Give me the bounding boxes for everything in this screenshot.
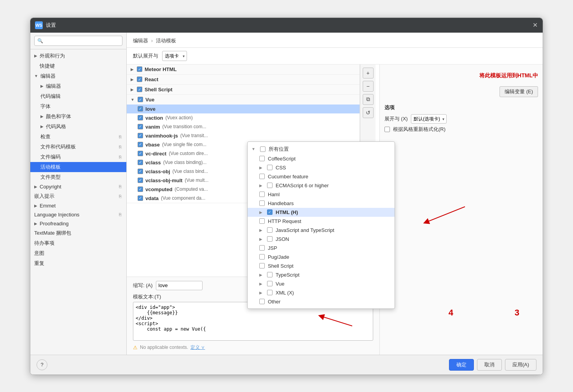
dd-checkbox[interactable] [259, 174, 265, 179]
option-expand-select[interactable]: 默认(选项卡) [411, 114, 447, 124]
group-header-vue[interactable]: ▼ Vue [127, 95, 360, 105]
dd-checkbox[interactable] [267, 227, 273, 233]
dd-checkbox[interactable] [259, 218, 265, 224]
template-item-vanim[interactable]: vanim (Vue transition com... [127, 122, 360, 131]
define-link[interactable]: 定义 ∨ [190, 344, 205, 351]
sidebar-item-code-style[interactable]: ▶ 代码风格 [30, 122, 126, 132]
dd-item-js-ts[interactable]: ▶ JavaScript and TypeScript [248, 226, 395, 235]
sidebar-item-lang-inject[interactable]: Language Injections ⎘ [30, 210, 126, 219]
breadcrumb: 编辑器 › 活动模板 [133, 37, 176, 44]
item-checkbox[interactable] [138, 151, 143, 156]
sidebar-item-emmet[interactable]: ▶ Emmet [30, 201, 126, 210]
cancel-button[interactable]: 取消 [477, 359, 502, 371]
help-button[interactable]: ? [37, 359, 47, 370]
dd-item-all[interactable]: ▼ 所有位置 [248, 144, 395, 154]
dd-item-ecmascript[interactable]: ▶ ECMAScript 6 or higher [248, 181, 395, 190]
template-item-love[interactable]: love [127, 105, 360, 113]
abbrev-input[interactable] [156, 281, 203, 290]
sidebar-item-todo[interactable]: 待办事项 [30, 238, 126, 248]
dd-checkbox[interactable] [267, 281, 273, 286]
item-checkbox[interactable] [138, 186, 143, 192]
sidebar-item-shortcuts[interactable]: 快捷键 [30, 61, 126, 71]
item-checkbox[interactable] [138, 133, 143, 138]
dd-item-typescript[interactable]: ▶ TypeScript [248, 270, 395, 279]
group-header-shell[interactable]: ▶ Shell Script [127, 85, 360, 94]
dd-item-json[interactable]: ▶ JSON [248, 235, 395, 244]
dd-item-css[interactable]: ▶ CSS [248, 163, 395, 172]
sidebar-item-font[interactable]: 字体 [30, 101, 126, 112]
close-button[interactable]: ✕ [532, 22, 538, 28]
dd-item-coffeescript[interactable]: CoffeeScript [248, 154, 395, 163]
sidebar-item-file-encode[interactable]: 文件编码 ⎘ [30, 152, 126, 162]
dd-checkbox[interactable] [259, 299, 265, 304]
dd-item-shell[interactable]: Shell Script [248, 261, 395, 270]
copy-button[interactable]: ⧉ [363, 94, 374, 105]
dd-item-http[interactable]: HTTP Request [248, 217, 395, 226]
reformat-checkbox[interactable] [384, 127, 390, 132]
dd-all-checkbox[interactable] [260, 146, 266, 152]
dd-item-jsp[interactable]: JSP [248, 244, 395, 253]
dd-item-xml[interactable]: ▶ XML (X) [248, 288, 395, 297]
sidebar-item-embed[interactable]: 嵌入提示 ⎘ [30, 191, 126, 201]
expand-select[interactable]: 选项卡 [162, 51, 187, 61]
dd-checkbox[interactable] [267, 183, 273, 188]
search-input[interactable] [34, 36, 122, 46]
item-checkbox[interactable] [138, 115, 143, 120]
template-item-vanimhook[interactable]: vanimhook-js (Vue transit... [127, 131, 360, 140]
add-button[interactable]: + [363, 68, 374, 78]
dd-checkbox[interactable] [259, 192, 265, 197]
dd-item-haml[interactable]: Haml [248, 190, 395, 199]
group-checkbox-meteor[interactable] [137, 66, 142, 72]
group-header-meteor[interactable]: ▶ Meteor HTML [127, 64, 360, 74]
dd-checkbox[interactable] [259, 156, 265, 161]
dd-checkbox[interactable] [267, 290, 273, 295]
item-checkbox[interactable] [138, 142, 143, 147]
sidebar-item-editor-group[interactable]: ▼ 编辑器 [30, 71, 126, 81]
reset-button[interactable]: ↺ [363, 107, 374, 118]
item-checkbox[interactable] [138, 195, 143, 201]
dd-checkbox-html[interactable] [267, 209, 273, 215]
dd-checkbox[interactable] [259, 200, 265, 206]
dd-checkbox[interactable] [267, 165, 273, 170]
dd-checkbox[interactable] [267, 236, 273, 242]
dd-item-vue[interactable]: ▶ Vue [248, 279, 395, 288]
dd-item-handlebars[interactable]: Handlebars [248, 199, 395, 208]
apply-button[interactable]: 应用(A) [505, 359, 536, 371]
sidebar-item-editor[interactable]: ▶ 编辑器 [30, 81, 126, 91]
sidebar-item-file-type[interactable]: 文件类型 [30, 172, 126, 182]
sidebar-item-appearance[interactable]: ▶ 外观和行为 [30, 51, 126, 61]
sidebar-item-colors[interactable]: ▶ 颜色和字体 [30, 112, 126, 122]
sidebar-item-live-template[interactable]: 活动模板 [30, 162, 126, 172]
dd-label: Handlebars [268, 200, 294, 206]
dd-checkbox[interactable] [259, 263, 265, 268]
sidebar-item-repeat[interactable]: 重复 [30, 258, 126, 268]
dd-checkbox[interactable] [267, 272, 273, 277]
dd-checkbox[interactable] [259, 245, 265, 251]
dd-item-cucumber[interactable]: Cucumber feature [248, 172, 395, 181]
dd-item-other[interactable]: Other [248, 297, 395, 306]
group-name-meteor: Meteor HTML [145, 66, 176, 72]
sidebar-item-textmate[interactable]: TextMate 捆绑包 [30, 228, 126, 238]
item-checkbox[interactable] [138, 160, 143, 165]
group-header-react[interactable]: ▶ React [127, 75, 360, 84]
sidebar-item-intention[interactable]: 意图 [30, 248, 126, 258]
sidebar-item-proofread[interactable]: ▶ Proofreading [30, 219, 126, 228]
ok-button[interactable]: 确定 [449, 359, 474, 371]
item-checkbox[interactable] [138, 178, 143, 183]
template-item-vaction[interactable]: vaction (Vuex action) [127, 113, 360, 122]
remove-button[interactable]: − [363, 81, 374, 92]
item-checkbox[interactable] [138, 124, 143, 129]
group-checkbox-react[interactable] [137, 77, 142, 82]
item-checkbox[interactable] [138, 106, 143, 112]
group-checkbox-shell[interactable] [137, 87, 142, 92]
edit-var-button[interactable]: 编辑变量 (E) [500, 86, 538, 97]
dd-checkbox[interactable] [259, 254, 265, 260]
item-checkbox[interactable] [138, 169, 143, 174]
sidebar-item-code-edit[interactable]: 代码编辑 [30, 91, 126, 101]
sidebar-item-file-template[interactable]: 文件和代码模板 ⎘ [30, 142, 126, 152]
dd-item-pug[interactable]: Pug/Jade [248, 253, 395, 261]
dd-item-html[interactable]: ▶ HTML (H) [248, 208, 395, 217]
sidebar-item-inspection[interactable]: 检查 ⎘ [30, 132, 126, 142]
sidebar-item-copyright[interactable]: ▶ Copyright ⎘ [30, 182, 126, 191]
group-checkbox-vue[interactable] [138, 97, 143, 102]
